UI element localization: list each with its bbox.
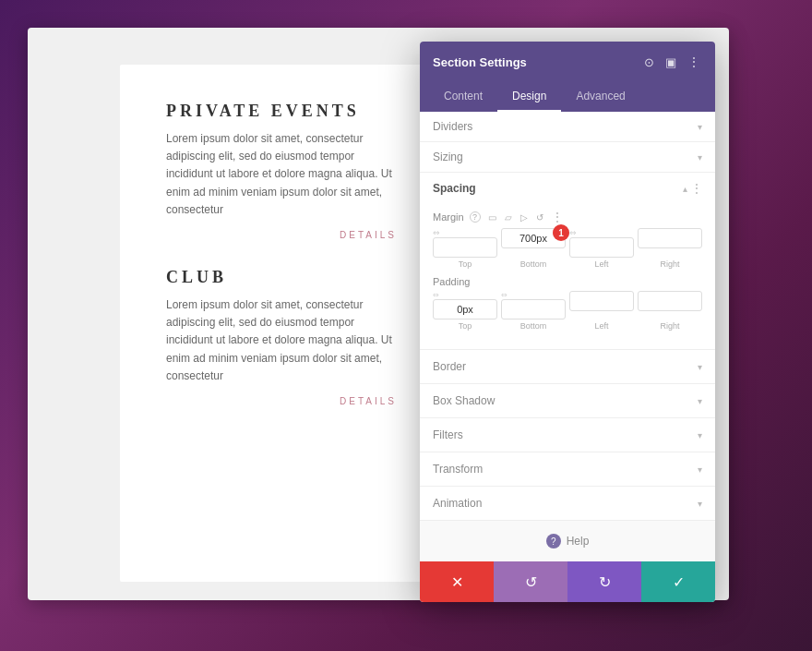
animation-section[interactable]: Animation ▾ bbox=[420, 487, 715, 521]
padding-top-input[interactable] bbox=[433, 299, 497, 319]
box-shadow-section[interactable]: Box Shadow ▾ bbox=[420, 384, 715, 418]
panel-header: Section Settings ⊙ ▣ ⋮ bbox=[420, 42, 715, 82]
spacing-title: Spacing bbox=[433, 182, 476, 195]
tab-content[interactable]: Content bbox=[429, 82, 497, 112]
box-shadow-label: Box Shadow bbox=[433, 394, 495, 407]
redo-button[interactable]: ↻ bbox=[567, 561, 641, 602]
transform-chevron: ▾ bbox=[698, 464, 702, 475]
margin-tablet-icon[interactable]: ▱ bbox=[503, 211, 514, 223]
margin-bottom-cell: 1 bbox=[501, 228, 566, 258]
undo-button[interactable]: ↺ bbox=[494, 561, 567, 602]
panel-title: Section Settings bbox=[433, 55, 527, 69]
tab-advanced[interactable]: Advanced bbox=[561, 82, 639, 112]
padding-left-input[interactable] bbox=[569, 291, 634, 311]
margin-bottom-label: Bottom bbox=[501, 259, 566, 269]
spacing-chevron-up: ▴ bbox=[683, 184, 687, 194]
animation-label: Animation bbox=[433, 497, 482, 510]
padding-top-label: Top bbox=[433, 321, 497, 331]
border-chevron: ▾ bbox=[698, 362, 702, 372]
margin-top-cell: ⇔ bbox=[433, 228, 497, 258]
margin-top-label: Top bbox=[433, 259, 497, 269]
margin-left-link: ⇔ bbox=[569, 228, 577, 237]
margin-right-cell bbox=[638, 228, 702, 258]
padding-top-link: ⇔ bbox=[433, 291, 439, 299]
sizing-label: Sizing bbox=[433, 151, 463, 163]
margin-desktop-icon[interactable]: ▭ bbox=[486, 211, 498, 223]
padding-top-cell: ⇔ bbox=[433, 291, 497, 319]
margin-left-cell: ⇔ bbox=[569, 228, 634, 258]
padding-bottom-input[interactable] bbox=[501, 299, 566, 319]
margin-label: Margin bbox=[433, 211, 464, 223]
padding-bottom-link: ⇔ bbox=[501, 291, 508, 299]
padding-label: Padding bbox=[433, 276, 470, 287]
padding-right-input[interactable] bbox=[638, 291, 702, 311]
help-label: Help bbox=[567, 535, 590, 548]
padding-left-cell bbox=[569, 291, 634, 319]
margin-badge: 1 bbox=[553, 224, 569, 241]
padding-input-row: ⇔ ⇔ bbox=[433, 291, 702, 319]
spacing-header[interactable]: Spacing ▴ ⋮ bbox=[420, 173, 715, 204]
padding-right-label: Right bbox=[638, 321, 702, 331]
tab-design[interactable]: Design bbox=[497, 82, 561, 112]
margin-top-link-left: ⇔ bbox=[433, 228, 440, 237]
padding-left-label: Left bbox=[569, 321, 634, 331]
spacing-header-controls: ▴ ⋮ bbox=[683, 182, 702, 195]
panel-reset-icon[interactable]: ⊙ bbox=[642, 54, 656, 71]
block1-details[interactable]: Details bbox=[166, 230, 397, 240]
filters-chevron: ▾ bbox=[698, 430, 702, 440]
content-block-3: Club Lorem ipsum dolor sit amet, consect… bbox=[148, 259, 415, 425]
margin-top-input[interactable] bbox=[433, 237, 497, 258]
dividers-label: Dividers bbox=[433, 120, 472, 133]
panel-fullscreen-icon[interactable]: ▣ bbox=[663, 54, 678, 71]
sizing-section[interactable]: Sizing ▾ bbox=[420, 142, 715, 173]
margin-input-row: ⇔ 1 ⇔ bbox=[433, 228, 702, 258]
filters-section[interactable]: Filters ▾ bbox=[420, 418, 715, 452]
tabs: Content Design Advanced bbox=[420, 82, 715, 112]
block3-details[interactable]: Details bbox=[166, 396, 397, 406]
padding-label-cols: Top Bottom Left Right bbox=[433, 321, 702, 331]
dividers-section[interactable]: Dividers ▾ bbox=[420, 112, 715, 142]
panel-footer: ✕ ↺ ↻ ✓ bbox=[420, 561, 715, 602]
help-row: ? Help bbox=[420, 521, 715, 561]
border-label: Border bbox=[433, 360, 466, 373]
section-settings-panel: Section Settings ⊙ ▣ ⋮ Content Design Ad… bbox=[420, 42, 715, 602]
margin-label-cols: Top Bottom Left Right bbox=[433, 259, 702, 269]
margin-reset-icon[interactable]: ↺ bbox=[534, 211, 545, 223]
spacing-section: Spacing ▴ ⋮ Margin ? ▭ ▱ ▷ ↺ ⋮ bbox=[420, 173, 715, 350]
content-block-1: Private Events Lorem ipsum dolor sit ame… bbox=[148, 92, 415, 259]
block1-title: Private Events bbox=[166, 102, 397, 121]
transform-section[interactable]: Transform ▾ bbox=[420, 452, 715, 487]
dividers-chevron: ▾ bbox=[698, 122, 702, 132]
cancel-button[interactable]: ✕ bbox=[420, 561, 494, 602]
padding-bottom-label: Bottom bbox=[501, 321, 566, 331]
margin-right-input[interactable] bbox=[638, 228, 702, 248]
margin-left-label: Left bbox=[569, 259, 634, 269]
margin-left-input[interactable] bbox=[569, 237, 634, 258]
margin-menu-icon[interactable]: ⋮ bbox=[550, 210, 565, 224]
sizing-chevron: ▾ bbox=[698, 152, 702, 163]
margin-help-icon[interactable]: ? bbox=[470, 211, 481, 223]
panel-body: Dividers ▾ Sizing ▾ Spacing ▴ ⋮ Margin ? bbox=[420, 112, 715, 561]
block3-text: Lorem ipsum dolor sit amet, consectetur … bbox=[166, 296, 397, 385]
margin-right-label: Right bbox=[638, 259, 702, 269]
padding-label-row: Padding bbox=[433, 276, 702, 287]
box-shadow-chevron: ▾ bbox=[698, 396, 702, 406]
margin-label-row: Margin ? ▭ ▱ ▷ ↺ ⋮ bbox=[433, 210, 702, 224]
spacing-menu-icon[interactable]: ⋮ bbox=[691, 182, 702, 195]
transform-label: Transform bbox=[433, 463, 483, 476]
help-icon[interactable]: ? bbox=[546, 534, 561, 549]
block1-text: Lorem ipsum dolor sit amet, consectetur … bbox=[166, 130, 397, 219]
panel-header-icons: ⊙ ▣ ⋮ bbox=[642, 53, 702, 71]
block3-title: Club bbox=[166, 268, 397, 287]
animation-chevron: ▾ bbox=[698, 499, 702, 509]
margin-mobile-icon[interactable]: ▷ bbox=[519, 211, 530, 223]
padding-right-cell bbox=[638, 291, 702, 319]
padding-bottom-cell: ⇔ bbox=[501, 291, 566, 319]
margin-icons: ▭ ▱ ▷ ↺ ⋮ bbox=[486, 210, 565, 224]
save-button[interactable]: ✓ bbox=[641, 561, 715, 602]
border-section[interactable]: Border ▾ bbox=[420, 350, 715, 384]
spacing-body: Margin ? ▭ ▱ ▷ ↺ ⋮ ⇔ bbox=[420, 204, 715, 349]
filters-label: Filters bbox=[433, 428, 463, 441]
panel-menu-icon[interactable]: ⋮ bbox=[686, 53, 702, 71]
